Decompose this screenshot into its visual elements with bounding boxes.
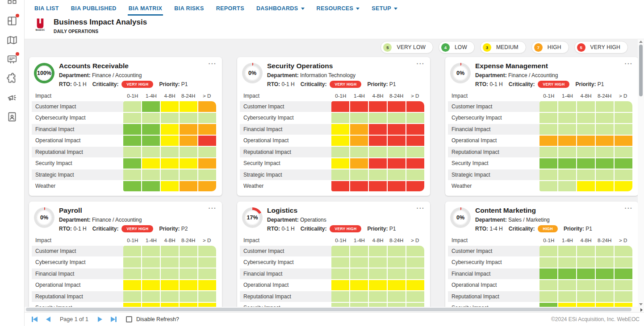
matrix-cell-vh — [406, 136, 424, 146]
vertical-scrollbar-thumb[interactable] — [639, 45, 643, 96]
contact-card-icon[interactable] — [6, 111, 18, 123]
disable-refresh-control[interactable]: Disable Refresh? — [126, 316, 179, 322]
tab-dashboards[interactable]: DASHBOARDS — [255, 4, 305, 14]
matrix-row-label: Strategic Impact — [240, 169, 331, 180]
tab-reports[interactable]: REPORTS — [215, 4, 245, 14]
matrix-cell-vl — [331, 291, 349, 302]
matrix-cell-vl — [161, 268, 179, 279]
card-menu-button[interactable]: ... — [208, 202, 217, 210]
status-board-icon[interactable] — [6, 54, 18, 65]
layout-panels-icon[interactable] — [6, 15, 18, 27]
matrix-cell-l — [142, 101, 160, 112]
matrix-cell-vl — [539, 113, 557, 124]
scroll-down-icon[interactable] — [639, 303, 643, 305]
time-column-header: > D — [197, 238, 216, 243]
department-label: Department: Sales / Marketing — [475, 217, 550, 223]
legend-pill-low[interactable]: 4LOW — [439, 41, 475, 54]
card-header: 17%LogisticsDepartment: OperationsRTO: 0… — [240, 206, 424, 235]
card-menu-button[interactable]: ... — [624, 58, 633, 66]
matrix-cell-m — [331, 280, 349, 291]
matrix-cell-m — [123, 280, 141, 291]
card-header: 0%Expense ManagementDepartment: Finance … — [448, 62, 632, 91]
matrix-row-label: Weather — [240, 181, 331, 192]
matrix-cell-vl — [180, 113, 197, 124]
scroll-right-icon[interactable] — [640, 308, 643, 312]
legend-pill-high[interactable]: 7HIGH — [531, 41, 569, 54]
matrix-row-label: Financial Impact — [32, 124, 123, 135]
legend-pill-medium[interactable]: 3MEDIUM — [480, 41, 526, 54]
card-department: Department: Finance / Accounting — [475, 72, 604, 78]
progress-ring: 0% — [242, 63, 263, 83]
matrix-cell-vl — [161, 169, 179, 180]
progress-ring: 100% — [34, 63, 54, 83]
matrix-row-label: Operational Impact — [240, 280, 331, 291]
vertical-scrollbar[interactable] — [638, 39, 644, 307]
matrix-cells — [123, 169, 216, 180]
matrix-cell-vl — [539, 280, 557, 291]
scroll-up-icon[interactable] — [639, 41, 643, 43]
matrix-cell-vl — [331, 113, 349, 124]
matrix-cell-vl — [369, 291, 387, 302]
card-meta: RTO: 0-1 HCriticality:VERY HIGHPriority:… — [267, 81, 396, 88]
matrix-cells — [539, 181, 632, 192]
matrix-row-label: Cybersecurity Impact — [240, 113, 331, 124]
matrix-cell-vl — [388, 257, 406, 268]
matrix-cells — [123, 147, 216, 157]
matrix-row: Customer Impact — [32, 246, 216, 256]
matrix-cell-vl — [369, 169, 387, 180]
matrix-cell-vh — [406, 124, 424, 135]
matrix-cell-h — [596, 136, 614, 146]
matrix-cell-vl — [577, 257, 595, 268]
priority-value: Priority: P1 — [367, 226, 396, 232]
tab-bia-matrix[interactable]: BIA MATRIX — [128, 4, 163, 16]
tab-bia-list[interactable]: BIA LIST — [33, 4, 60, 14]
matrix-cells — [539, 280, 632, 291]
horizontal-scrollbar-thumb[interactable] — [26, 308, 631, 311]
time-column-header: 1-4H — [350, 238, 369, 243]
legend-pill-very-low[interactable]: 5VERY LOW — [381, 41, 433, 54]
matrix-row-label: Reputational Impact — [448, 147, 539, 157]
time-column-header: 4-8H — [160, 93, 179, 99]
tab-setup[interactable]: SETUP — [371, 4, 398, 14]
matrix-row-label: Customer Impact — [448, 246, 539, 256]
matrix-row: Customer Impact — [240, 246, 424, 256]
time-column-header: 0-1H — [123, 93, 142, 99]
tab-resources[interactable]: RESOURCES — [316, 4, 361, 14]
card-menu-button[interactable]: ... — [208, 58, 217, 66]
matrix-cells — [123, 246, 216, 256]
tab-bia-risks[interactable]: BIA RISKS — [173, 4, 205, 14]
matrix-row: Cybersecurity Impact — [240, 113, 424, 124]
card-menu-button[interactable]: ... — [416, 58, 425, 66]
time-column-header: 4-8H — [160, 238, 179, 243]
apps-icon-partial[interactable] — [6, 0, 18, 5]
matrix-cell-vl — [198, 113, 216, 124]
matrix-cell-vl — [369, 147, 387, 157]
legend-pill-very-high[interactable]: 5VERY HIGH — [574, 41, 628, 54]
department-label: Department: Finance / Accounting — [59, 217, 142, 223]
matrix-row: Operational Impact — [32, 280, 216, 291]
disable-refresh-checkbox[interactable] — [126, 316, 132, 322]
matrix-cell-m — [331, 124, 349, 135]
last-page-button[interactable] — [111, 317, 117, 322]
bia-card: ...100%Accounts ReceivableDepartment: Fi… — [29, 57, 222, 196]
puzzle-plugin-icon[interactable] — [6, 73, 18, 84]
card-title: Security Operations — [267, 62, 396, 70]
matrix-cells — [331, 291, 424, 302]
horizontal-scrollbar[interactable] — [25, 307, 638, 312]
matrix-cell-vl — [123, 246, 141, 256]
megaphone-icon[interactable] — [6, 92, 18, 103]
time-column-header: 1-4H — [142, 93, 161, 99]
card-menu-button[interactable]: ... — [624, 202, 633, 210]
first-page-button[interactable] — [32, 317, 38, 322]
map-icon[interactable] — [6, 34, 18, 46]
matrix-row: Reputational Impact — [448, 147, 632, 157]
next-page-button[interactable] — [98, 317, 102, 322]
tab-bia-published[interactable]: BIA PUBLISHED — [70, 4, 117, 14]
matrix-row-label: Financial Impact — [448, 124, 539, 135]
matrix-cell-l — [558, 268, 576, 279]
card-menu-button[interactable]: ... — [416, 202, 425, 210]
card-title: Accounts Receivable — [59, 62, 188, 70]
bia-card: ...0%PayrollDepartment: Finance / Accoun… — [29, 202, 222, 312]
card-title: Expense Management — [475, 62, 604, 70]
previous-page-button[interactable] — [46, 317, 50, 322]
